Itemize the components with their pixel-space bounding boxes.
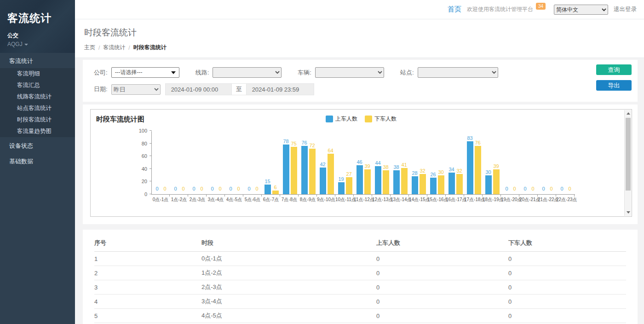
chart-scrollbar[interactable] [624, 110, 631, 216]
date-range-separator: 至 [232, 83, 246, 95]
sidebar-item-4[interactable]: 站点客流统计 [0, 103, 75, 114]
bar[interactable] [272, 191, 279, 194]
header-alighting: 下车人数 [508, 234, 626, 252]
station-select[interactable] [418, 67, 498, 78]
org-code-dropdown[interactable]: AQGJ [7, 41, 68, 47]
bar[interactable] [356, 165, 363, 194]
date-start-input[interactable]: 2024-01-09 00:00 [165, 83, 232, 95]
notification-badge[interactable]: 34 [536, 3, 546, 10]
bar[interactable] [320, 168, 326, 194]
bar[interactable] [364, 169, 371, 194]
bar[interactable] [485, 175, 492, 194]
caret-down-icon [24, 44, 28, 46]
main-area: 首页 欢迎使用客流统计管理平台 34 简体中文 退出登录 时段客流统计 主页 /… [75, 0, 644, 324]
bar[interactable] [291, 147, 297, 195]
x-axis-label: 7点-8点 [280, 195, 299, 203]
bar-group-12: 4438 [373, 131, 391, 194]
breadcrumb-current: 时段客流统计 [133, 44, 167, 52]
bar[interactable] [283, 145, 289, 194]
station-label: 站点: [400, 69, 414, 77]
bar[interactable] [301, 146, 308, 194]
legend-item-0[interactable]: 上车人数 [326, 115, 357, 123]
sidebar-item-5[interactable]: 时段客流统计 [0, 114, 75, 126]
sidebar-item-6[interactable]: 客流量趋势图 [0, 126, 75, 137]
x-axis-label: 2点-3点 [188, 195, 207, 203]
scrollbar-thumb[interactable] [626, 118, 631, 191]
sidebar-item-0[interactable]: 客流统计 [0, 54, 75, 68]
bar[interactable] [448, 173, 455, 194]
bar-value-label: 0 [523, 186, 526, 191]
bar[interactable] [383, 170, 389, 194]
x-axis-label: 18点-19点 [483, 195, 501, 203]
bar[interactable] [375, 166, 381, 194]
bar-column: 76 [301, 131, 308, 194]
bar[interactable] [346, 177, 352, 194]
sidebar-item-3[interactable]: 线路客流统计 [0, 91, 75, 103]
y-axis-tick: 80 [142, 141, 147, 146]
bar[interactable] [412, 176, 418, 194]
sidebar-item-7[interactable]: 设备状态 [0, 139, 75, 153]
header-boarding: 上车人数 [376, 234, 508, 252]
company-select[interactable]: ---请选择--- [111, 67, 179, 78]
scroll-down-arrow[interactable] [625, 209, 632, 216]
table-cell: 0 [508, 280, 626, 295]
bar-value-label: 26 [430, 172, 436, 177]
x-axis-label: 11点-12点 [354, 195, 372, 203]
bar-value-label: 0 [192, 186, 195, 191]
bar[interactable] [456, 174, 463, 194]
bar[interactable] [309, 149, 316, 194]
bar[interactable] [493, 169, 500, 194]
line-select[interactable] [213, 67, 282, 78]
breadcrumb-section[interactable]: 客流统计 [103, 44, 125, 52]
language-select[interactable]: 简体中文 [554, 5, 608, 15]
home-link[interactable]: 首页 [448, 5, 461, 14]
legend-item-1[interactable]: 下车人数 [365, 115, 397, 123]
bar[interactable] [264, 185, 271, 194]
bar[interactable] [420, 174, 426, 194]
date-end-input[interactable]: 2024-01-09 23:59 [246, 83, 314, 95]
bar-column: 19 [338, 131, 345, 194]
bar-value-label: 0 [211, 186, 213, 191]
breadcrumb-home[interactable]: 主页 [84, 44, 95, 52]
x-axis-labels: 0点-1点1点-2点2点-3点3点-4点4点-5点5点-6点6点-7点7点-8点… [151, 195, 575, 203]
y-axis-tick: 100 [139, 128, 147, 133]
bar-value-label: 72 [309, 143, 315, 148]
bar-value-label: 0 [568, 186, 571, 191]
table-cell: 0 [508, 266, 626, 280]
bar-column: 78 [283, 131, 289, 194]
logout-link[interactable]: 退出登录 [614, 6, 637, 13]
bar-column: 0 [548, 131, 555, 194]
bar[interactable] [328, 154, 334, 194]
bar[interactable] [467, 141, 473, 194]
stats-table: 序号 时段 上车人数 下车人数 10点-1点0021点-2点0032点-3点00… [94, 234, 626, 324]
bar-group-4: 00 [225, 131, 244, 194]
bar-value-label: 0 [155, 186, 158, 191]
bar[interactable] [393, 170, 400, 194]
vehicle-select[interactable] [315, 67, 384, 78]
bar[interactable] [401, 168, 408, 194]
bar[interactable] [338, 182, 345, 194]
bar[interactable] [438, 175, 444, 194]
bar[interactable] [430, 178, 437, 194]
table-cell: 0 [376, 252, 508, 266]
filter-row-2: 日期: 昨日 2024-01-09 00:00 至 2024-01-09 23:… [94, 83, 628, 95]
bar-group-6: 156 [262, 131, 281, 194]
sidebar-item-1[interactable]: 客流明细 [0, 68, 75, 80]
sidebar-item-8[interactable]: 基础数据 [0, 155, 75, 168]
welcome-text: 欢迎使用客流统计管理平台 [467, 6, 533, 13]
bar[interactable] [475, 146, 481, 194]
bar-column: 0 [504, 131, 510, 194]
table-row: 54点-5点00 [94, 309, 626, 323]
query-button[interactable]: 查询 [596, 64, 632, 75]
sidebar-item-2[interactable]: 客流汇总 [0, 80, 75, 91]
date-preset-select[interactable]: 昨日 [111, 84, 161, 95]
bar-value-label: 0 [229, 186, 232, 191]
bar-column: 41 [401, 131, 408, 194]
export-button[interactable]: 导出 [596, 80, 632, 91]
legend-swatch-icon [326, 116, 333, 122]
y-axis-tick: 40 [142, 166, 147, 172]
bar-column: 26 [430, 131, 437, 194]
bar-value-label: 0 [237, 186, 240, 191]
bar-group-15: 2630 [428, 131, 446, 194]
scroll-up-arrow[interactable] [625, 110, 632, 117]
